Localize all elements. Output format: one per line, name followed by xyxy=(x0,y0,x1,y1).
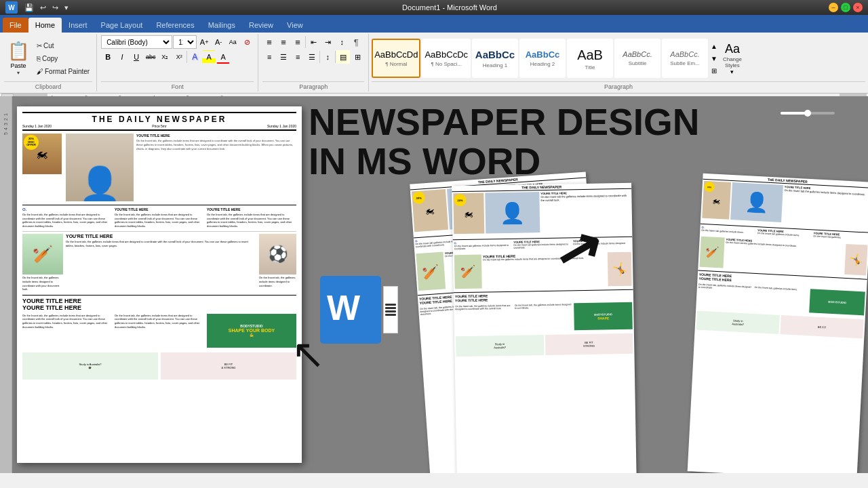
befit-text: BE FIT& STRONG xyxy=(222,363,236,369)
redo-quick-btn[interactable]: ↪ xyxy=(50,3,60,13)
change-styles-button[interactable]: Aa ChangeStyles ▾ xyxy=(720,39,745,78)
close-btn[interactable]: × xyxy=(853,3,863,12)
sort-button[interactable]: ↕ xyxy=(335,35,349,49)
style-heading2[interactable]: AaBbCc Heading 2 xyxy=(519,39,566,78)
style-normal[interactable]: AaBbCcDd ¶ Normal xyxy=(372,39,420,78)
mini-frt-person2: 🤸 xyxy=(844,244,867,276)
line-spacing-button[interactable]: ↕ xyxy=(321,50,334,64)
minimize-btn[interactable]: – xyxy=(829,3,838,12)
cut-button[interactable]: ✂ Cut xyxy=(34,39,92,52)
styles-scroll-down[interactable]: ▼ xyxy=(711,55,717,62)
align-center-button[interactable]: ☰ xyxy=(277,50,290,64)
justify-button[interactable]: ☰ xyxy=(305,50,319,64)
bullets-button[interactable]: ≡ xyxy=(262,35,276,49)
mini-mid-p2-icon: 🤸 xyxy=(612,262,627,277)
zoom-slider[interactable] xyxy=(781,112,835,115)
text-effects-button[interactable]: A xyxy=(188,50,201,64)
subscript-button[interactable]: X₂ xyxy=(158,50,172,64)
decrease-indent-button[interactable]: ⇤ xyxy=(307,35,320,49)
style-heading1[interactable]: AaBbCc Heading 1 xyxy=(472,39,518,78)
mini-fit-text: BE FITSTRONG xyxy=(583,341,595,348)
show-marks-button[interactable]: ¶ xyxy=(349,35,363,49)
change-case-button[interactable]: Aa xyxy=(226,35,239,49)
font-family-selector[interactable]: Calibri (Body) xyxy=(101,35,172,49)
tab-mailings[interactable]: Mailings xyxy=(201,18,242,33)
mini-frt-text: YOURE TITLE HERE On the Insert tab the g… xyxy=(783,185,868,231)
style-subtitle[interactable]: AaBbCc. Subtitle xyxy=(614,39,660,78)
styles-expand[interactable]: ⊞ xyxy=(711,67,717,75)
numbering-button[interactable]: ≡ xyxy=(277,35,290,49)
font-shrink-button[interactable]: A- xyxy=(212,35,225,49)
doc-line2 xyxy=(385,307,396,309)
borders-button[interactable]: ⊞ xyxy=(351,50,364,64)
col3-body: On the Insert tab, the galleries include… xyxy=(207,213,296,228)
mini-frt-p2: 🤸 xyxy=(849,253,863,266)
bottom-ads: Study in Australia?🎓 BE FIT& STRONG xyxy=(22,352,296,380)
format-painter-button[interactable]: 🖌 Format Painter xyxy=(34,65,92,77)
mini-mid-c1: O. On the Insert tab galleries include i… xyxy=(454,241,513,250)
newspaper-price: Price 5mr xyxy=(152,124,166,128)
doc-line4 xyxy=(385,314,396,316)
zoom-thumb[interactable] xyxy=(804,110,811,117)
shading-button[interactable]: ▤ xyxy=(336,50,350,64)
italic-button[interactable]: I xyxy=(115,50,129,64)
cricket-image: 🏏 xyxy=(22,234,63,274)
newspaper-title: THE DAILY NEWSPAPER xyxy=(22,115,296,124)
mini-frt-cricketer: 🏏 xyxy=(699,237,724,268)
col-2: YOU'RE TITLE HERE On the Insert tab, the… xyxy=(115,207,204,228)
style-no-spacing[interactable]: AaBbCcDc ¶ No Spaci... xyxy=(422,39,471,78)
tab-file[interactable]: File xyxy=(3,18,28,33)
tab-page-layout[interactable]: Page Layout xyxy=(94,18,150,33)
tab-home[interactable]: Home xyxy=(28,18,62,33)
bottom-col1-text: On the Insert tab, the galleries include… xyxy=(22,314,112,329)
tab-review[interactable]: Review xyxy=(242,18,280,33)
superscript-button[interactable]: X² xyxy=(172,50,186,64)
font-size-selector[interactable]: 11 xyxy=(173,35,197,49)
multilevel-button[interactable]: ≡ xyxy=(291,35,304,49)
big-title-2: YOURE TITLE HERE xyxy=(22,304,296,311)
increase-indent-button[interactable]: ⇥ xyxy=(321,35,334,49)
save-quick-btn[interactable]: 💾 xyxy=(22,3,36,13)
tab-insert[interactable]: Insert xyxy=(62,18,94,33)
undo-quick-btn[interactable]: ↩ xyxy=(38,3,48,13)
paper-spread-container: THE DAILY NEWSPAPER 20% 🏍 👤 YOURE TITLE … xyxy=(420,178,865,470)
sports-text: On the Insert tab, the galleries include… xyxy=(259,276,296,287)
customize-quick-btn[interactable]: ▾ xyxy=(62,3,71,13)
align-right-button[interactable]: ≡ xyxy=(291,50,304,64)
style-title[interactable]: AaB Title xyxy=(567,39,613,78)
col1-body: On the Insert tab, the galleries include… xyxy=(22,213,112,228)
styles-scroll-up[interactable]: ▲ xyxy=(711,43,717,50)
middle-text-col: YOU'RE TITLE HERE On the Insert tab, the… xyxy=(66,234,256,291)
mini-frt-person: 👤 xyxy=(730,182,783,222)
tab-view[interactable]: View xyxy=(280,18,310,33)
mini-frt-aus-text: Study inAustralia? xyxy=(732,319,744,326)
style-nospacing-label: ¶ No Spaci... xyxy=(431,61,462,67)
copy-button[interactable]: ⎘ Copy xyxy=(34,52,92,64)
mini-mid-person: 👤 xyxy=(485,192,540,233)
styles-scroll-controls: ▲ ▼ ⊞ xyxy=(709,39,719,78)
body-text-top: On the Insert tab, the galleries include… xyxy=(136,139,296,151)
clear-format-button[interactable]: ⊘ xyxy=(240,35,254,49)
mini-frt-c1: O. On the Insert tab galleries include i… xyxy=(701,226,756,235)
font-color-button[interactable]: A xyxy=(216,50,230,64)
bold-button[interactable]: B xyxy=(101,50,115,64)
newspaper-right-text: YOU'RE TITLE HERE On the Insert tab, the… xyxy=(136,134,296,201)
style-subtle-em[interactable]: AaBbCc. Subtle Em... xyxy=(662,39,708,78)
mini-frt-c2: YOURE TITLE HERE On the Insert tab galle… xyxy=(757,228,812,237)
paste-button[interactable]: 📋 Paste ▾ xyxy=(4,39,33,78)
mini-frt-sports: 🏏 YOURE TITLE HERE On the Insert tab the… xyxy=(698,235,868,277)
body-text: SHAPE YOUR BODY xyxy=(229,328,275,333)
newspaper-3col: O. On the Insert tab, the galleries incl… xyxy=(22,205,296,228)
underline-button[interactable]: U xyxy=(130,50,143,64)
strikethrough-button[interactable]: abc xyxy=(144,50,157,64)
mini-mid-bc2: On the Insert tab, the galleries include… xyxy=(515,303,573,331)
highlight-button[interactable]: A xyxy=(202,50,216,64)
align-left-button[interactable]: ≡ xyxy=(262,50,276,64)
style-normal-preview: AaBbCcDd xyxy=(374,49,418,60)
font-grow-button[interactable]: A+ xyxy=(197,35,211,49)
maximize-btn[interactable]: □ xyxy=(841,3,850,12)
doc-line1 xyxy=(385,304,396,306)
word-document-page[interactable]: THE DAILY NEWSPAPER Sunday 1 Jan 2020 Pr… xyxy=(17,106,302,463)
tab-references[interactable]: References xyxy=(149,18,201,33)
mini-mid-imgL: 20% 🏍 xyxy=(453,193,484,235)
